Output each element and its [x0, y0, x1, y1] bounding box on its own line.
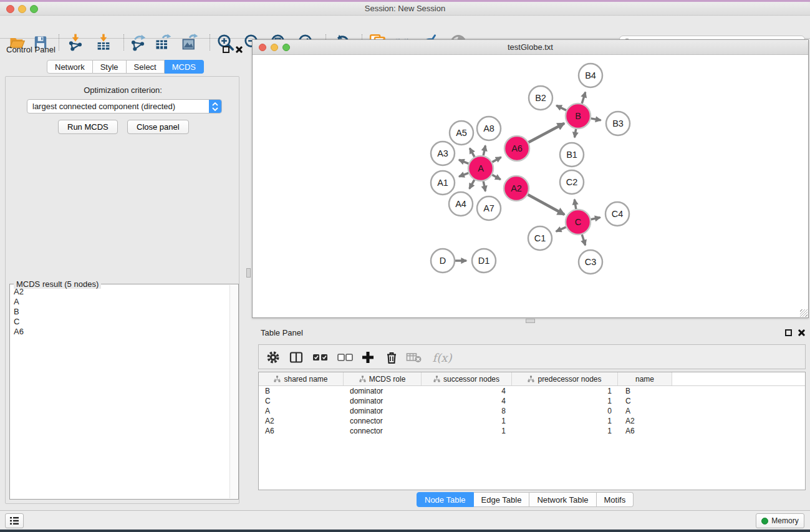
node-C2[interactable]: C2 — [560, 170, 584, 194]
node-C4[interactable]: C4 — [605, 202, 629, 226]
cell-predecessor-nodes[interactable]: 1 — [512, 386, 618, 396]
cell-MCDS-role[interactable]: dominator — [344, 396, 422, 406]
cell-predecessor-nodes[interactable]: 1 — [512, 396, 618, 406]
edge-B-B2[interactable] — [556, 105, 566, 110]
export-network-icon[interactable] — [128, 32, 148, 52]
cell-successor-nodes[interactable]: 4 — [422, 386, 512, 396]
float-panel-icon[interactable] — [223, 46, 229, 53]
cell-name[interactable]: A2 — [618, 416, 672, 426]
node-C1[interactable]: C1 — [528, 226, 552, 250]
export-image-icon[interactable] — [180, 32, 200, 52]
result-item[interactable]: A — [10, 297, 229, 307]
cell-predecessor-nodes[interactable]: 1 — [512, 426, 618, 436]
node-C3[interactable]: C3 — [579, 250, 602, 274]
cell-MCDS-role[interactable]: connector — [344, 416, 422, 426]
node-A4[interactable]: A4 — [449, 192, 473, 216]
bottom-divider-handle[interactable] — [526, 319, 535, 323]
edge-C-C4[interactable] — [591, 218, 600, 220]
column-header-predecessor-nodes[interactable]: predecessor nodes — [512, 372, 618, 385]
node-B1[interactable]: B1 — [560, 143, 584, 167]
tab-motifs[interactable]: Motifs — [597, 492, 634, 507]
edge-C-C3[interactable] — [582, 235, 585, 245]
node-A2[interactable]: A2 — [504, 176, 529, 201]
edge-B-B1[interactable] — [574, 129, 576, 138]
node-D[interactable]: D — [431, 249, 455, 273]
delete-row-icon[interactable] — [382, 349, 401, 366]
node-A6[interactable]: A6 — [504, 136, 529, 161]
result-item[interactable]: C — [10, 317, 229, 327]
column-header-successor-nodes[interactable]: successor nodes — [422, 372, 512, 385]
column-header-shared-name[interactable]: shared name — [259, 372, 344, 385]
table-row[interactable]: Adominator80A — [259, 406, 805, 416]
table-float-icon[interactable] — [785, 329, 792, 336]
edge-A-A3[interactable] — [459, 160, 468, 163]
edge-A-A4[interactable] — [470, 180, 475, 188]
result-item[interactable]: B — [10, 307, 229, 317]
node-A8[interactable]: A8 — [477, 117, 501, 140]
delete-table-icon[interactable] — [405, 349, 423, 366]
table-row[interactable]: Bdominator41B — [259, 386, 805, 396]
table-close-icon[interactable] — [797, 329, 805, 337]
cell-MCDS-role[interactable]: connector — [344, 426, 422, 436]
result-item[interactable]: A2 — [10, 287, 229, 297]
cell-predecessor-nodes[interactable]: 0 — [512, 406, 618, 416]
node-A5[interactable]: A5 — [450, 121, 473, 145]
node-A[interactable]: A — [468, 156, 493, 181]
result-scrollbar[interactable] — [229, 285, 238, 498]
cell-shared-name[interactable]: A2 — [259, 416, 344, 426]
left-divider-handle[interactable] — [246, 268, 251, 278]
node-C[interactable]: C — [566, 210, 591, 235]
cell-successor-nodes[interactable]: 8 — [422, 406, 512, 416]
node-A1[interactable]: A1 — [431, 171, 455, 195]
cell-shared-name[interactable]: B — [259, 386, 344, 396]
edge-A-A7[interactable] — [483, 181, 485, 191]
criterion-dropdown[interactable]: largest connected component (directed) — [27, 99, 222, 114]
close-panel-icon[interactable] — [234, 46, 243, 54]
cell-predecessor-nodes[interactable]: 1 — [512, 416, 618, 426]
table-row[interactable]: A2connector11A2 — [259, 416, 805, 426]
cell-successor-nodes[interactable]: 4 — [422, 396, 512, 406]
edge-A-A2[interactable] — [492, 175, 500, 180]
cell-shared-name[interactable]: A — [259, 406, 344, 416]
node-A3[interactable]: A3 — [431, 142, 455, 165]
tab-network[interactable]: Network — [47, 60, 93, 74]
run-mcds-button[interactable]: Run MCDS — [58, 120, 118, 134]
import-table-icon[interactable] — [94, 32, 113, 52]
cell-name[interactable]: A — [618, 406, 672, 416]
column-header-name[interactable]: name — [618, 372, 672, 385]
tab-style[interactable]: Style — [93, 60, 127, 74]
edge-C-C2[interactable] — [574, 200, 576, 210]
cell-shared-name[interactable]: C — [259, 396, 344, 406]
column-header-MCDS-role[interactable]: MCDS role — [344, 372, 422, 385]
cell-successor-nodes[interactable]: 1 — [422, 426, 512, 436]
node-B2[interactable]: B2 — [529, 86, 552, 110]
table-row[interactable]: Cdominator41C — [259, 396, 805, 406]
tab-network-table[interactable]: Network Table — [529, 492, 596, 507]
edge-A2-C[interactable] — [528, 195, 564, 215]
node-A7[interactable]: A7 — [477, 196, 501, 220]
network-window-titlebar[interactable]: testGlobe.txt — [253, 40, 808, 55]
node-B[interactable]: B — [566, 104, 591, 128]
node-B3[interactable]: B3 — [606, 112, 630, 135]
resize-grip-icon[interactable] — [800, 309, 808, 317]
table-row[interactable]: A6connector11A6 — [259, 426, 805, 436]
tab-edge-table[interactable]: Edge Table — [474, 492, 530, 507]
close-panel-button[interactable]: Close panel — [127, 120, 189, 134]
import-network-icon[interactable] — [65, 32, 85, 52]
tab-mcds[interactable]: MCDS — [165, 60, 204, 74]
edge-B-B4[interactable] — [582, 92, 586, 104]
node-B4[interactable]: B4 — [579, 64, 602, 87]
export-table-icon[interactable] — [153, 32, 173, 52]
edge-A-A6[interactable] — [492, 157, 501, 162]
unselect-all-icon[interactable] — [336, 349, 355, 366]
cell-name[interactable]: A6 — [618, 426, 672, 436]
cell-MCDS-role[interactable]: dominator — [344, 386, 422, 396]
edge-A-A1[interactable] — [459, 173, 468, 177]
settings-gear-icon[interactable] — [264, 349, 282, 366]
node-D1[interactable]: D1 — [472, 249, 496, 273]
memory-button[interactable]: Memory — [756, 513, 804, 528]
cell-name[interactable]: B — [618, 386, 672, 396]
cell-MCDS-role[interactable]: dominator — [344, 406, 422, 416]
network-canvas[interactable]: AA1A3A5A8A4A7A6A2BB1B2B3B4CC1C2C3C4DD1 — [253, 56, 808, 317]
select-all-icon[interactable] — [311, 349, 330, 366]
